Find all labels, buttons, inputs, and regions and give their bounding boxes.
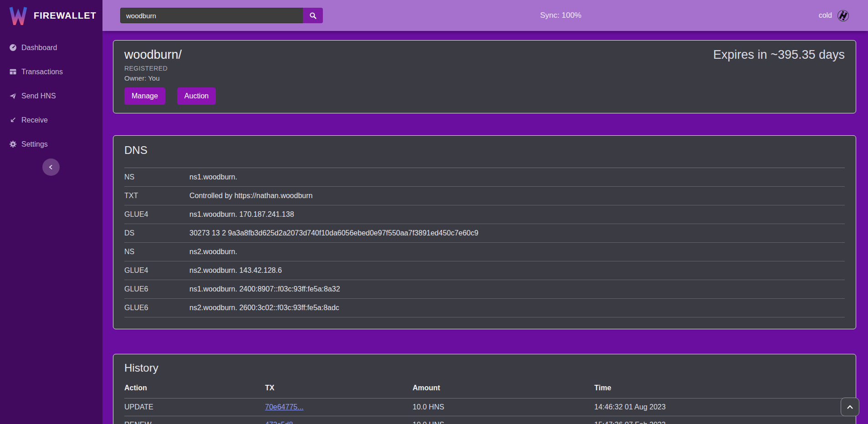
sync-status: Sync: 100% xyxy=(540,0,582,31)
domain-expiry: Expires in ~395.35 days xyxy=(713,48,845,62)
search-icon xyxy=(309,12,317,20)
dns-record-type: GLUE4 xyxy=(124,210,189,219)
dns-record-row: NS ns1.woodburn. xyxy=(124,168,845,187)
dns-record-value: ns1.woodburn. 2400:8907::f03c:93ff:fe5a:… xyxy=(189,285,845,293)
manage-button[interactable]: Manage xyxy=(124,87,165,105)
chevron-left-icon xyxy=(48,164,54,170)
search-button[interactable] xyxy=(303,8,323,23)
dns-record-value: ns2.woodburn. 2600:3c02::f03c:93ff:fe5a:… xyxy=(189,304,845,312)
dns-record-type: GLUE6 xyxy=(124,304,189,312)
tx-link[interactable]: 70e64775... xyxy=(265,403,304,411)
wallet-name: cold xyxy=(819,11,832,20)
sidebar-item-settings[interactable]: Settings xyxy=(0,132,102,156)
history-column-tx: TX xyxy=(265,384,413,392)
history-amount: 10.0 HNS xyxy=(413,421,594,424)
dns-record-type: DS xyxy=(124,229,189,237)
domain-status-badge: REGISTERED xyxy=(124,65,845,72)
dns-record-type: NS xyxy=(124,248,189,256)
dns-record-row: GLUE4 ns2.woodburn. 143.42.128.6 xyxy=(124,261,845,280)
wallet-selector[interactable]: cold xyxy=(819,0,850,31)
dns-record-row: GLUE6 ns1.woodburn. 2400:8907::f03c:93ff… xyxy=(124,280,845,299)
sidebar-item-transactions[interactable]: Transactions xyxy=(0,60,102,84)
history-time: 15:47:36 07 Feb 2023 xyxy=(594,421,845,424)
dns-record-value: 30273 13 2 9a3a8fb3d625d2a2073d740f10da6… xyxy=(189,229,845,237)
brand-name: FIREWALLET xyxy=(34,10,97,21)
chevron-up-icon xyxy=(847,404,853,409)
history-table: Action TX Amount Time UPDATE 70e64775...… xyxy=(124,378,845,424)
history-row: RENEW 472c5d8... 10.0 HNS 15:47:36 07 Fe… xyxy=(124,416,845,424)
domain-card: woodburn/ Expires in ~395.35 days REGIST… xyxy=(113,40,856,113)
main-content: woodburn/ Expires in ~395.35 days REGIST… xyxy=(102,31,868,424)
history-column-time: Time xyxy=(594,384,845,392)
sidebar-item-label: Receive xyxy=(21,116,48,124)
sidebar-collapse-button[interactable] xyxy=(42,158,60,176)
dns-table: NS ns1.woodburn. TXT Controlled by https… xyxy=(124,168,845,317)
sidebar-item-label: Send HNS xyxy=(21,92,56,100)
sidebar-item-send-hns[interactable]: Send HNS xyxy=(0,84,102,108)
dns-record-row: GLUE6 ns2.woodburn. 2600:3c02::f03c:93ff… xyxy=(124,299,845,317)
history-row: UPDATE 70e64775... 10.0 HNS 14:46:32 01 … xyxy=(124,398,845,416)
sidebar-item-receive[interactable]: Receive xyxy=(0,108,102,132)
domain-owner: Owner: You xyxy=(124,74,845,82)
topbar: Sync: 100% cold xyxy=(102,0,868,31)
history-header-row: Action TX Amount Time xyxy=(124,378,845,398)
history-action: RENEW xyxy=(124,421,265,424)
sidebar-item-dashboard[interactable]: Dashboard xyxy=(0,36,102,60)
history-amount: 10.0 HNS xyxy=(413,403,594,411)
history-column-amount: Amount xyxy=(413,384,594,392)
history-card: History Action TX Amount Time UPDATE 70e… xyxy=(113,354,856,424)
search-input[interactable] xyxy=(120,8,303,23)
send-plane-icon xyxy=(9,92,17,100)
firewallet-logo-icon xyxy=(9,6,27,25)
sidebar: FIREWALLET Dashboard Transactions Send H… xyxy=(0,0,102,424)
auction-button[interactable]: Auction xyxy=(177,87,216,105)
scroll-to-top-button[interactable] xyxy=(841,398,859,416)
receive-arrow-icon xyxy=(9,116,17,124)
dns-record-value: ns1.woodburn. xyxy=(189,173,845,181)
sidebar-item-label: Settings xyxy=(21,140,48,148)
dns-record-row: GLUE4 ns1.woodburn. 170.187.241.138 xyxy=(124,205,845,224)
history-time: 14:46:32 01 Aug 2023 xyxy=(594,403,845,411)
dns-record-type: GLUE6 xyxy=(124,285,189,293)
dashboard-gauge-icon xyxy=(9,44,17,51)
history-column-action: Action xyxy=(124,384,265,392)
gear-icon xyxy=(9,140,17,148)
dns-record-row: TXT Controlled by https://nathan.woodbur… xyxy=(124,187,845,205)
dns-record-type: GLUE4 xyxy=(124,266,189,275)
dns-record-type: TXT xyxy=(124,192,189,200)
sidebar-nav: Dashboard Transactions Send HNS Receive xyxy=(0,31,102,156)
dns-record-row: NS ns2.woodburn. xyxy=(124,243,845,261)
history-title: History xyxy=(124,362,845,374)
tx-link[interactable]: 472c5d8... xyxy=(265,421,299,424)
dns-record-row: DS 30273 13 2 9a3a8fb3d625d2a2073d740f10… xyxy=(124,224,845,243)
handshake-logo-icon xyxy=(836,9,850,23)
dns-record-value: ns2.woodburn. xyxy=(189,248,845,256)
dns-record-value: ns2.woodburn. 143.42.128.6 xyxy=(189,266,845,275)
dns-record-value: ns1.woodburn. 170.187.241.138 xyxy=(189,210,845,219)
domain-name: woodburn/ xyxy=(124,48,182,62)
dns-card: DNS NS ns1.woodburn. TXT Controlled by h… xyxy=(113,135,856,329)
sidebar-item-label: Transactions xyxy=(21,68,63,76)
search-bar xyxy=(120,8,323,23)
transactions-table-icon xyxy=(9,68,17,76)
dns-record-value: Controlled by https://nathan.woodburn xyxy=(189,192,845,200)
dns-title: DNS xyxy=(124,144,845,157)
brand-logo: FIREWALLET xyxy=(0,0,102,31)
dns-record-type: NS xyxy=(124,173,189,181)
sidebar-item-label: Dashboard xyxy=(21,44,57,52)
history-action: UPDATE xyxy=(124,403,265,411)
